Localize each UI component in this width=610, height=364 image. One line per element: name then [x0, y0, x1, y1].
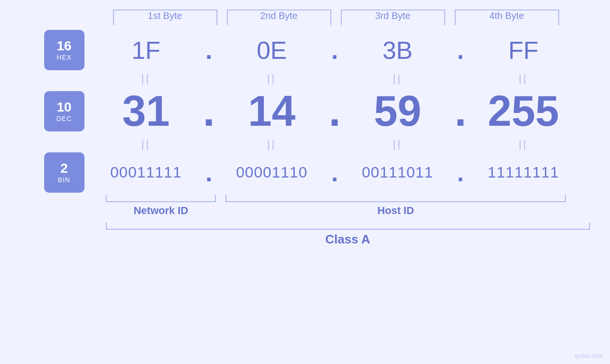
watermark: ipshu.com	[575, 352, 603, 359]
dec-val-2: 14	[220, 87, 324, 136]
eq2-4: ||	[471, 138, 576, 150]
hex-val-1: 1F	[94, 36, 198, 65]
hex-badge-label: HEX	[56, 54, 72, 61]
eq2-3: ||	[346, 138, 450, 150]
bin-val-3: 00111011	[346, 164, 450, 181]
eq1-3: ||	[346, 73, 450, 85]
main-container: 1st Byte 2nd Byte 3rd Byte 4th Byte 16 H…	[44, 9, 566, 247]
eq1-1: ||	[94, 73, 198, 85]
bin-badge-label: BIN	[58, 176, 70, 184]
eq1-2: ||	[220, 73, 324, 85]
class-label: Class A	[106, 232, 590, 247]
hex-val-3: 3B	[346, 36, 450, 65]
hex-values-row: 1F . 0E . 3B . FF	[89, 36, 581, 65]
hex-row: 16 HEX 1F . 0E . 3B . FF	[44, 30, 566, 70]
class-section: Class A	[106, 223, 566, 247]
class-bracket	[106, 223, 590, 230]
bin-val-4: 11111111	[471, 164, 576, 181]
dec-val-3: 59	[346, 87, 450, 136]
eq2-2: ||	[220, 138, 324, 150]
equals-row-1: || || || ||	[44, 70, 566, 87]
host-bracket	[225, 195, 566, 202]
dec-row: 10 DEC 31 . 14 . 59 . 255	[44, 87, 566, 136]
bin-row: 2 BIN 00011111 . 00001110 . 00111011 . 1…	[44, 152, 566, 193]
bin-val-2: 00001110	[220, 164, 324, 181]
dec-dot-1: .	[203, 87, 215, 136]
byte-header-1: 1st Byte	[113, 9, 217, 25]
dec-dot-3: .	[455, 87, 467, 136]
byte-header-3: 3rd Byte	[341, 9, 445, 25]
rows-container: 16 HEX 1F . 0E . 3B . FF || || ||	[44, 30, 566, 193]
byte-header-4: 4th Byte	[455, 9, 559, 25]
dec-val-4: 255	[471, 87, 576, 136]
hex-badge: 16 HEX	[44, 30, 84, 70]
byte-header-2: 2nd Byte	[227, 9, 331, 25]
bin-values-row: 00011111 . 00001110 . 00111011 . 1111111…	[89, 159, 581, 187]
eq2-1: ||	[94, 138, 198, 150]
network-id-label: Network ID	[106, 205, 216, 217]
eq1-4: ||	[471, 73, 576, 85]
dec-dot-2: .	[329, 87, 341, 136]
bin-badge: 2 BIN	[44, 152, 84, 193]
bin-dot-3: .	[455, 159, 467, 187]
bottom-section: Network ID Host ID	[106, 195, 566, 217]
equals-cells-2: || || || ||	[89, 136, 581, 152]
bracket-labels: Network ID Host ID	[106, 205, 566, 217]
dec-badge: 10 DEC	[44, 91, 84, 131]
hex-dot-3: .	[455, 36, 467, 65]
hex-val-4: FF	[471, 36, 576, 65]
hex-dot-2: .	[329, 36, 341, 65]
byte-headers: 1st Byte 2nd Byte 3rd Byte 4th Byte	[106, 9, 566, 25]
brackets-row	[106, 195, 566, 202]
bin-badge-num: 2	[60, 162, 68, 175]
dec-val-1: 31	[94, 87, 198, 136]
bin-val-1: 00011111	[94, 164, 198, 181]
hex-badge-num: 16	[56, 39, 71, 53]
equals-cells-1: || || || ||	[89, 70, 581, 87]
bin-dot-2: .	[329, 159, 341, 187]
dec-badge-num: 10	[56, 101, 71, 114]
bin-dot-1: .	[203, 159, 215, 187]
host-id-label: Host ID	[225, 205, 566, 217]
label-gap	[216, 205, 225, 217]
equals-row-2: || || || ||	[44, 136, 566, 152]
hex-val-2: 0E	[220, 36, 324, 65]
network-bracket	[106, 195, 216, 202]
bracket-gap	[216, 195, 225, 202]
dec-values-row: 31 . 14 . 59 . 255	[89, 87, 581, 136]
hex-dot-1: .	[203, 36, 215, 65]
dec-badge-label: DEC	[56, 115, 72, 122]
